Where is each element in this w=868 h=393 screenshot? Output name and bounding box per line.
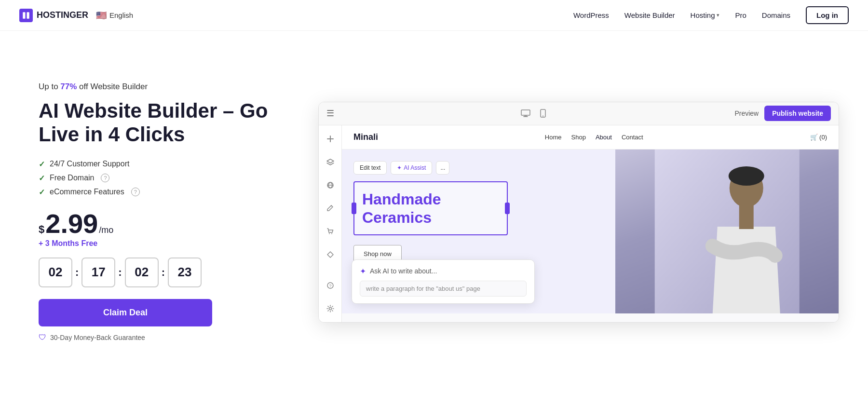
check-icon-1: ✓ <box>39 160 45 169</box>
promo-suffix: off Website Builder <box>77 82 148 91</box>
ai-sparkle-icon: ✦ <box>397 164 402 171</box>
ai-assist-label: AI Assist <box>404 164 426 171</box>
tool-design-icon[interactable] <box>323 177 338 193</box>
countdown-sep-2: : <box>118 266 122 279</box>
preview-button[interactable]: Preview <box>734 109 759 117</box>
svg-rect-4 <box>523 116 528 117</box>
claim-deal-button[interactable]: Claim Deal <box>39 299 212 326</box>
topbar-right: Preview Publish website <box>734 106 831 121</box>
tool-edit-icon[interactable] <box>323 201 338 216</box>
svg-point-14 <box>329 307 331 310</box>
main-headline: AI Website Builder – Go Live in 4 Clicks <box>39 99 289 146</box>
feature-support: ✓ 24/7 Customer Support <box>39 160 289 169</box>
price-section: $ 2.99 /mo + 3 Months Free <box>39 210 289 248</box>
nav-pro[interactable]: Pro <box>735 11 746 19</box>
logo-text: HOSTINGER <box>37 10 88 20</box>
guarantee-text: 🛡 30-Day Money-Back Guarantee <box>39 333 289 342</box>
svg-point-17 <box>728 166 764 186</box>
minali-nav-about[interactable]: About <box>596 134 612 141</box>
tool-help-icon[interactable]: ? <box>323 278 338 293</box>
logo-icon <box>19 9 33 22</box>
hostinger-logo-mark <box>22 11 30 20</box>
hamburger-icon[interactable]: ☰ <box>326 108 334 119</box>
mobile-device-icon[interactable] <box>536 107 550 120</box>
topbar-left: ☰ <box>326 108 334 119</box>
nav-domains[interactable]: Domains <box>762 11 790 19</box>
check-icon-2: ✓ <box>39 174 45 183</box>
minali-logo: Minali <box>353 132 378 142</box>
builder-topbar: ☰ Preview Publish website <box>319 102 839 125</box>
ai-widget-sparkle-icon: ✦ <box>360 267 366 276</box>
feature-ecommerce-label: eCommerce Features <box>50 188 124 196</box>
language-label: English <box>109 11 133 19</box>
desktop-device-icon[interactable] <box>519 107 532 120</box>
hero-title-box[interactable]: HandmadeCeramics <box>353 181 508 236</box>
feature-ecommerce: ✓ eCommerce Features ? <box>39 188 289 197</box>
language-selector[interactable]: 🇺🇸 English <box>96 10 133 21</box>
canvas-area: Minali Home Shop About Contact 🛒 (0) E <box>342 125 839 322</box>
minali-nav-home[interactable]: Home <box>545 134 562 141</box>
feature-domain: ✓ Free Domain ? <box>39 174 289 183</box>
hero-title-text: HandmadeCeramics <box>362 190 499 227</box>
info-icon-ecommerce[interactable]: ? <box>131 188 140 196</box>
flag-icon: 🇺🇸 <box>96 10 107 21</box>
chevron-down-icon: ▾ <box>717 12 719 18</box>
header-left: HOSTINGER 🇺🇸 English <box>19 9 133 22</box>
publish-button[interactable]: Publish website <box>764 106 831 121</box>
check-icon-3: ✓ <box>39 188 45 197</box>
right-panel: ☰ Preview Publish website <box>318 102 839 323</box>
svg-point-10 <box>329 233 330 234</box>
minali-cart[interactable]: 🛒 (0) <box>810 134 827 141</box>
price-mo: /mo <box>99 225 113 235</box>
more-options-button[interactable]: ... <box>436 161 449 175</box>
minali-nav: Minali Home Shop About Contact 🛒 (0) <box>342 125 839 149</box>
feature-support-label: 24/7 Customer Support <box>50 160 129 168</box>
main-header: HOSTINGER 🇺🇸 English WordPress Website B… <box>0 0 868 31</box>
login-button[interactable]: Log in <box>806 6 849 24</box>
svg-rect-18 <box>739 205 753 229</box>
tool-ecommerce-icon[interactable] <box>323 224 338 239</box>
svg-text:?: ? <box>329 284 331 288</box>
person-silhouette-svg <box>615 149 839 313</box>
ai-widget: ✦ Ask AI to write about... write a parag… <box>352 259 535 304</box>
svg-rect-0 <box>23 12 25 19</box>
main-nav: WordPress Website Builder Hosting ▾ Pro … <box>573 6 849 24</box>
shield-icon: 🛡 <box>39 333 46 342</box>
resize-handle-right[interactable] <box>505 203 510 214</box>
ai-widget-title: Ask AI to write about... <box>370 267 437 275</box>
tool-elements-icon[interactable] <box>323 247 338 262</box>
resize-handle-left[interactable] <box>352 203 356 214</box>
info-icon-domain[interactable]: ? <box>101 174 109 182</box>
nav-hosting[interactable]: Hosting ▾ <box>691 11 720 19</box>
tool-settings-icon[interactable] <box>323 301 338 316</box>
builder-body: ? Minali Home Shop About <box>319 125 839 322</box>
minali-nav-links: Home Shop About Contact <box>545 134 643 141</box>
minali-nav-shop[interactable]: Shop <box>571 134 586 141</box>
price-main: 2.99 <box>45 210 98 237</box>
left-panel: Up to 77% off Website Builder AI Website… <box>39 82 289 342</box>
countdown-hours: 02 <box>39 257 72 287</box>
countdown-sep-3: : <box>162 266 165 279</box>
edit-text-button[interactable]: Edit text <box>353 161 387 175</box>
ai-widget-header: ✦ Ask AI to write about... <box>360 267 527 276</box>
minali-nav-contact[interactable]: Contact <box>622 134 643 141</box>
guarantee-label: 30-Day Money-Back Guarantee <box>50 334 145 341</box>
minali-hero: Edit text ✦ AI Assist ... Handmad <box>342 149 839 313</box>
countdown-centiseconds: 23 <box>168 257 202 287</box>
promo-percent: 77% <box>60 82 77 91</box>
person-image <box>615 149 839 313</box>
ai-widget-input[interactable]: write a paragraph for the "about us" pag… <box>360 281 527 297</box>
nav-website-builder[interactable]: Website Builder <box>624 11 675 19</box>
logo[interactable]: HOSTINGER <box>19 9 88 22</box>
svg-rect-1 <box>27 12 29 19</box>
nav-wordpress[interactable]: WordPress <box>573 11 609 19</box>
tool-layers-icon[interactable] <box>323 154 338 170</box>
builder-window: ☰ Preview Publish website <box>318 102 839 323</box>
main-content: Up to 77% off Website Builder AI Website… <box>0 31 868 393</box>
svg-rect-2 <box>521 110 530 115</box>
nav-hosting-label: Hosting <box>691 11 715 19</box>
price-row: $ 2.99 /mo <box>39 210 289 237</box>
tool-add-icon[interactable] <box>323 131 338 147</box>
ai-assist-button[interactable]: ✦ AI Assist <box>391 161 432 175</box>
promo-text: Up to 77% off Website Builder <box>39 82 289 92</box>
